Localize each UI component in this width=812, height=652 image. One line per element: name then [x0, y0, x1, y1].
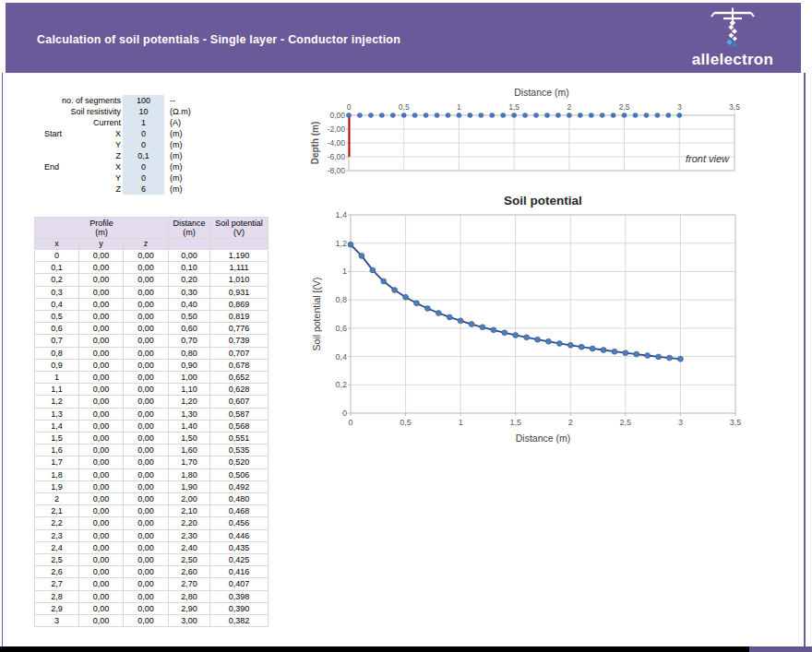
table-cell: 0,00: [169, 250, 210, 262]
table-cell: 0,00: [79, 505, 124, 517]
parameter-value-cell[interactable]: 0: [123, 139, 164, 150]
table-cell: 1,70: [169, 456, 210, 468]
parameter-value-cell[interactable]: 1: [123, 117, 164, 128]
parameter-value-cell[interactable]: 10: [123, 106, 164, 117]
data-point: [522, 113, 528, 118]
table-cell: 0,492: [210, 480, 269, 492]
table-cell: 0,00: [124, 456, 169, 468]
x-axis-tick-label: 2,5: [620, 418, 632, 427]
data-point: [545, 338, 551, 344]
table-cell: 0,7: [35, 335, 79, 347]
y-axis-tick-label: 0,00: [329, 111, 345, 120]
table-cell: 2,5: [35, 554, 79, 566]
data-point: [424, 306, 430, 312]
data-point: [359, 253, 364, 258]
table-cell: 1: [35, 372, 79, 384]
table-cell: 0,480: [210, 493, 269, 505]
front-view-annotation: front view: [686, 153, 730, 164]
parameter-row: Y0(m): [7, 172, 275, 184]
table-row: 0,30,000,000,300,931: [35, 286, 269, 298]
table-cell: 0,60: [169, 323, 210, 335]
table-cell: 2,8: [35, 590, 79, 602]
table-cell: 2,3: [35, 529, 79, 541]
table-cell: 0,456: [210, 517, 269, 529]
y-axis-tick-label: 1,2: [335, 239, 347, 248]
data-point: [412, 113, 418, 118]
table-cell: 0,3: [35, 286, 79, 298]
table-cell: 2: [35, 493, 79, 505]
table-cell: 0,00: [79, 493, 124, 505]
chart-gridlines: [351, 215, 735, 413]
data-point: [579, 344, 584, 350]
parameter-value-cell[interactable]: 0: [123, 128, 164, 139]
table-cell: 0,00: [124, 286, 169, 298]
table-row: 1,80,000,001,800,506: [35, 468, 269, 480]
data-point: [533, 113, 539, 118]
parameter-row: EndX0(m): [7, 161, 275, 172]
table-cell: 1,5: [35, 433, 79, 445]
data-point: [666, 113, 672, 118]
table-cell: 1,2: [35, 396, 79, 408]
table-cell: 0,80: [169, 347, 210, 359]
x-axis-tick-label: 0,5: [399, 102, 410, 112]
transmission-tower-icon: [705, 6, 760, 53]
table-cell: 0,869: [210, 298, 269, 310]
footer-bar-accent: [749, 646, 812, 652]
parameter-value-cell[interactable]: 0: [123, 161, 164, 172]
parameter-label: no. of segments: [7, 95, 121, 106]
data-point: [491, 327, 496, 333]
parameter-unit: (m): [170, 150, 234, 161]
parameter-row: StartX0(m): [7, 128, 275, 139]
table-cell: 2,9: [35, 602, 79, 614]
parameter-unit: (A): [170, 117, 234, 128]
x-axis-tick-label: 1: [459, 418, 463, 427]
table-cell: 0,00: [79, 286, 124, 298]
parameter-value-cell[interactable]: 6: [123, 184, 164, 195]
data-point: [644, 113, 650, 118]
table-cell: 2,2: [35, 517, 79, 529]
data-point: [677, 356, 683, 362]
table-row: 1,90,000,001,900,492: [35, 480, 269, 492]
table-cell: 0,00: [124, 396, 169, 408]
data-point: [535, 337, 541, 342]
table-row: 0,50,000,000,500,819: [35, 311, 269, 323]
table-cell: 0,00: [79, 347, 124, 359]
parameter-value-cell[interactable]: 0: [123, 172, 164, 184]
data-point: [502, 330, 508, 336]
table-row: 20,000,002,000,480: [35, 493, 269, 505]
parameter-value-cell[interactable]: 0,1: [123, 150, 164, 161]
parameter-value-cell[interactable]: 100: [123, 95, 164, 106]
table-cell: 0,00: [124, 262, 169, 274]
chart-title: Soil potential: [504, 194, 582, 207]
table-cell: 0,00: [79, 420, 124, 432]
table-cell: 2,50: [169, 554, 210, 566]
table-row: 2,70,000,002,700,407: [35, 578, 269, 590]
data-point: [567, 342, 573, 348]
table-cell: 0,00: [124, 274, 169, 286]
y-axis-tick-label: -8,00: [328, 166, 346, 175]
parameter-row: Soil resistivity10(Ω.m): [7, 106, 275, 117]
data-point: [600, 113, 605, 118]
table-cell: 0,90: [169, 359, 210, 371]
table-cell: 0,00: [124, 590, 169, 602]
table-cell: 0,00: [79, 590, 124, 602]
table-row: 2,20,000,002,200,456: [35, 517, 269, 529]
table-cell: 1,80: [169, 468, 210, 480]
table-row: 0,10,000,000,101,111: [35, 262, 269, 274]
table-cell: 0,00: [79, 566, 124, 578]
data-point: [370, 267, 376, 273]
table-cell: 2,7: [35, 578, 79, 590]
x-axis-tick-label: 2: [568, 418, 573, 427]
table-cell: 1,4: [35, 420, 79, 432]
data-point: [480, 325, 485, 330]
table-cell: 0,00: [79, 262, 124, 274]
table-cell: 2,70: [169, 578, 210, 590]
x-axis-title: Distance (m): [516, 433, 571, 444]
left-border: [2, 73, 3, 646]
table-cell: 0,00: [124, 372, 169, 384]
table-cell: 0,4: [35, 298, 79, 310]
parameter-label: X: [7, 128, 121, 139]
table-cell: 0,00: [124, 323, 169, 335]
parameter-row: Y0(m): [7, 139, 275, 150]
data-point: [524, 335, 530, 340]
